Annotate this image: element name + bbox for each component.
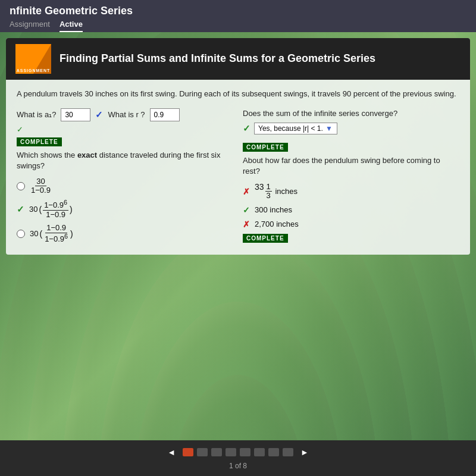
denominator-1: 1−0.9 [30, 186, 52, 195]
option-1-row: 30 1−0.9 [17, 177, 233, 195]
right-column: Does the sum of the infinite series conv… [243, 108, 459, 246]
fraction-1: 30 1−0.9 [30, 177, 52, 195]
pendulum-option-2: ✓ 300 inches [243, 205, 459, 215]
top-bar: nfinite Geometric Series Assignment Acti… [0, 0, 476, 32]
logo-text: ASSIGNMENT [17, 68, 51, 73]
option-2-row: ✓ 30 ( 1−0.96 1−0.9 ) [17, 199, 233, 219]
content-card: ASSIGNMENT Finding Partial Sums and Infi… [6, 38, 470, 255]
paren-left-3: ( [39, 229, 42, 239]
convergence-question: Does the sum of the infinite series conv… [243, 108, 459, 119]
option-3-row: 30 ( 1−0.9 1−0.96 ) [17, 224, 233, 243]
num-mixed: 1 [265, 183, 272, 192]
next-button[interactable]: ► [297, 446, 312, 458]
option-3-math: 30 ( 1−0.9 1−0.96 ) [30, 224, 73, 243]
denominator-2: 1−0.9 [45, 211, 67, 219]
paren-left: ( [39, 205, 42, 214]
convergence-answer-row: ✓ Yes, because |r| < 1. ▼ [243, 123, 459, 134]
fraction-mixed: 1 3 [265, 183, 272, 201]
complete-badge-2: COMPLETE [243, 143, 288, 152]
pendulum-x-3: ✗ [243, 220, 250, 229]
page-title: nfinite Geometric Series [10, 5, 466, 17]
pendulum-text-3: 2,700 inches [255, 220, 299, 228]
tab-bar: Assignment Active [10, 20, 466, 32]
nav-dot-7[interactable] [268, 448, 279, 456]
numerator-1: 30 [35, 177, 46, 186]
logo-graphic: ASSIGNMENT [15, 44, 51, 74]
option-1-radio[interactable] [17, 182, 25, 190]
tab-assignment[interactable]: Assignment [10, 20, 50, 32]
numerator-3: 1−0.9 [45, 224, 67, 233]
convergence-check: ✓ [243, 123, 250, 134]
complete-badge-1: COMPLETE [17, 137, 62, 146]
assignment-logo: ASSIGNMENT [15, 44, 51, 74]
nav-dot-2[interactable] [197, 448, 208, 456]
pendulum-math-1: 33 1 3 inches [255, 183, 298, 201]
q3-question: Which shows the exact distance traveled … [17, 150, 233, 171]
assignment-header: ASSIGNMENT Finding Partial Sums and Infi… [6, 38, 470, 80]
a1-input-row: What is a₁? ✓ What is r ? [17, 108, 233, 121]
option-1-math: 30 1−0.9 [30, 177, 52, 195]
a1-input[interactable] [61, 108, 90, 121]
nav-dot-4[interactable] [226, 448, 236, 456]
pendulum-check-2: ✓ [243, 205, 250, 215]
assignment-title: Finding Partial Sums and Infinite Sums f… [60, 52, 375, 65]
nav-dot-8[interactable] [283, 448, 293, 456]
option-2-check: ✓ [17, 204, 24, 215]
convergence-answer-text: Yes, because |r| < 1. [258, 124, 323, 133]
nav-dots: ◄ ► [164, 446, 312, 458]
den-mixed: 3 [265, 192, 272, 200]
bottom-nav: ◄ ► 1 of 8 [0, 440, 476, 476]
convergence-select[interactable]: Yes, because |r| < 1. ▼ [254, 123, 337, 134]
nav-dot-5[interactable] [240, 448, 250, 456]
two-column-layout: What is a₁? ✓ What is r ? ✓ COMPLETE Whi… [17, 108, 459, 246]
pendulum-option-3: ✗ 2,700 inches [243, 220, 459, 229]
fraction-2: 1−0.96 1−0.9 [43, 199, 68, 219]
complete-badge-3: COMPLETE [243, 234, 288, 243]
option-2-math: 30 ( 1−0.96 1−0.9 ) [29, 199, 73, 219]
q3-options: 30 1−0.9 ✓ 30 ( [17, 177, 233, 243]
nav-dot-6[interactable] [254, 448, 265, 456]
problem-intro: A pendulum travels 30 inches on its firs… [17, 88, 459, 100]
nav-dot-1[interactable] [183, 448, 193, 456]
paren-right: ) [70, 205, 73, 214]
denominator-3: 1−0.96 [43, 233, 69, 244]
main-content: ASSIGNMENT Finding Partial Sums and Infi… [0, 32, 476, 440]
pendulum-question: About how far does the pendulum swing be… [243, 155, 459, 177]
page-label: 1 of 8 [229, 462, 247, 470]
r-input[interactable] [150, 108, 180, 121]
option-3-radio[interactable] [17, 230, 25, 238]
whole-part: 33 [255, 183, 264, 191]
select-arrow-icon: ▼ [325, 124, 333, 133]
nav-dot-3[interactable] [211, 448, 222, 456]
numerator-2: 1−0.96 [43, 199, 68, 211]
sub-check: ✓ [17, 125, 233, 134]
r-label: What is r ? [108, 110, 145, 119]
left-column: What is a₁? ✓ What is r ? ✓ COMPLETE Whi… [17, 108, 233, 246]
problem-content: A pendulum travels 30 inches on its firs… [6, 80, 470, 255]
pendulum-x-1: ✗ [243, 187, 250, 196]
a1-check: ✓ [95, 109, 103, 120]
a1-label: What is a₁? [17, 110, 56, 119]
paren-right-3: ) [70, 229, 73, 239]
mixed-number-1: 33 1 3 [255, 183, 272, 201]
pendulum-options: ✗ 33 1 3 inches [243, 183, 459, 229]
pendulum-option-1: ✗ 33 1 3 inches [243, 183, 459, 201]
fraction-3: 1−0.9 1−0.96 [43, 224, 69, 243]
pendulum-text-2: 300 inches [255, 205, 292, 214]
tab-active[interactable]: Active [60, 20, 83, 32]
prev-button[interactable]: ◄ [164, 446, 179, 458]
